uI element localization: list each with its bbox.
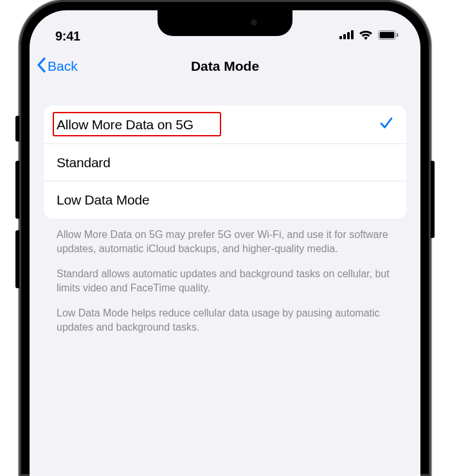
back-label: Back [48,59,78,74]
wifi-icon [359,30,373,42]
footer-paragraph: Allow More Data on 5G may prefer 5G over… [57,228,393,255]
option-low-data-mode[interactable]: Low Data Mode [44,181,406,219]
svg-rect-2 [347,32,350,39]
nav-bar: Back Data Mode [30,50,420,82]
status-icons [339,30,399,42]
checkmark-icon [379,116,393,133]
option-label: Standard [57,155,111,170]
screen: 9:41 [30,10,420,476]
option-label: Low Data Mode [57,192,149,208]
svg-rect-1 [343,34,346,39]
side-buttons-left [15,116,19,300]
svg-rect-0 [339,36,342,39]
phone-frame: 9:41 [19,0,431,476]
back-button[interactable]: Back [36,57,78,76]
footer-paragraph: Low Data Mode helps reduce cellular data… [57,306,393,334]
footer-paragraph: Standard allows automatic updates and ba… [57,267,393,295]
option-label: Allow More Data on 5G [57,117,194,133]
cellular-icon [339,30,354,42]
side-buttons-right [431,161,435,238]
status-time: 9:41 [55,29,80,44]
footer-description: Allow More Data on 5G may prefer 5G over… [44,219,406,334]
content: Allow More Data on 5G Standard Low Data … [30,82,420,334]
page-title: Data Mode [191,59,259,74]
chevron-left-icon [36,57,46,76]
option-allow-more-data-5g[interactable]: Allow More Data on 5G [44,105,406,144]
option-standard[interactable]: Standard [44,144,406,181]
battery-icon [378,30,399,42]
svg-rect-6 [397,33,399,37]
svg-rect-5 [380,32,395,38]
notch [158,10,292,36]
data-mode-options: Allow More Data on 5G Standard Low Data … [44,105,406,219]
svg-rect-3 [351,30,354,39]
